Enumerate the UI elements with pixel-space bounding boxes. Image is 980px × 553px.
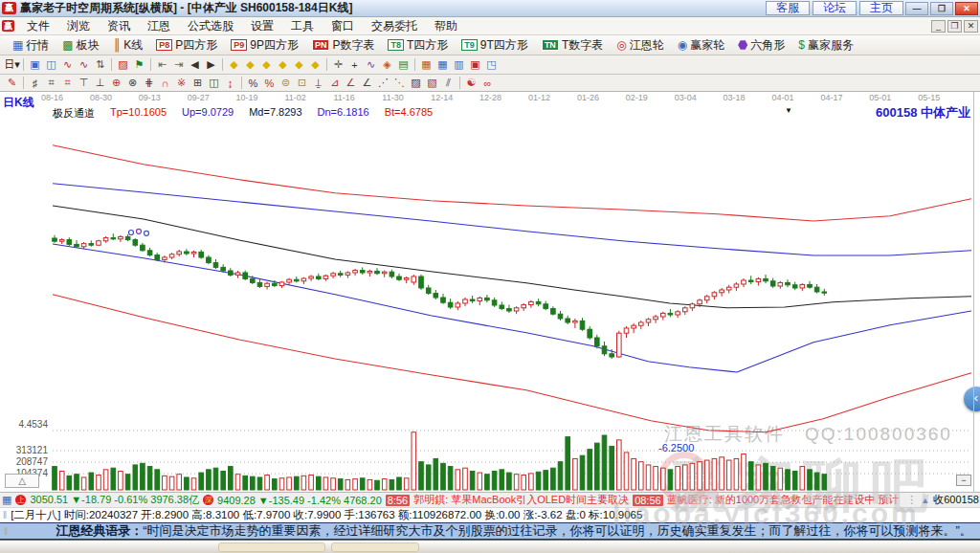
diamond-tool-icon[interactable]: ◆ xyxy=(275,57,291,73)
toolbar-button-p-square-icon[interactable]: P8P四方形 xyxy=(149,36,224,55)
crosshair-icon[interactable]: + xyxy=(346,57,363,73)
toolbar-button-t-square-icon[interactable]: T8T四方形 xyxy=(381,36,455,55)
t-line-icon[interactable]: ⊤ xyxy=(76,76,92,91)
first-bar-icon[interactable]: ⇤ xyxy=(154,57,170,73)
split-window-icon[interactable]: ◫ xyxy=(43,57,59,73)
toolbar-button-t-number-icon[interactable]: TNT数字表 xyxy=(535,36,610,55)
toolbar-button-hexagon-icon[interactable]: 六角形 xyxy=(731,36,791,55)
toolbar-button-p9-square-icon[interactable]: P99P四方形 xyxy=(224,36,305,55)
circle-x-icon[interactable]: ⊗ xyxy=(124,76,141,91)
drag-grip[interactable]: ‖ xyxy=(3,510,7,520)
shade-icon[interactable]: ▨ xyxy=(408,76,424,91)
hatch-icon[interactable]: ⋕ xyxy=(141,76,157,91)
circle-cross-icon[interactable]: ⊕ xyxy=(108,76,124,91)
column-icon[interactable]: ◫ xyxy=(206,76,222,91)
draw-pen-icon[interactable]: ✎ xyxy=(4,76,20,91)
date-tick-label: 12-14 xyxy=(431,93,453,102)
wave2-icon[interactable]: ∿ xyxy=(76,57,92,73)
mdi-minimize-button[interactable]: _ xyxy=(931,20,946,33)
percent-icon[interactable]: % xyxy=(245,76,261,91)
gann-grid-red-icon[interactable]: ⌗ xyxy=(59,76,76,91)
date-tick-label: 03-18 xyxy=(724,93,746,102)
next-bar-icon[interactable]: ▶ xyxy=(203,57,219,73)
last-bar-icon[interactable]: ⇥ xyxy=(170,57,187,73)
kline-chart[interactable] xyxy=(0,92,980,492)
menu-item-帮助[interactable]: 帮助 xyxy=(426,17,466,35)
diamond-tool-icon[interactable]: ◆ xyxy=(226,57,242,73)
scale-toggle-button[interactable]: △ xyxy=(5,474,39,488)
percent-red-icon[interactable]: % xyxy=(261,76,278,91)
mdi-restore-button[interactable]: ❐ xyxy=(947,20,962,33)
chart-area[interactable]: 江恩工具软件 QQ:100800360 赢家聊吧 08-1608-3009-13… xyxy=(0,92,980,492)
toolbar-button-t9-square-icon[interactable]: T99T四方形 xyxy=(455,36,535,55)
close-series-label[interactable]: 收600158日线 xyxy=(933,493,980,507)
toolbar-button-gann-wheel-icon[interactable]: ◎江恩轮 xyxy=(610,36,670,55)
forum-button[interactable]: 论坛 xyxy=(813,1,857,15)
gem-icon[interactable]: ◈ xyxy=(379,57,395,73)
hand-icon[interactable]: ✛ xyxy=(330,57,346,73)
triangle-tool-icon[interactable]: ⊿ xyxy=(326,76,343,91)
toolbar-button-blocks-icon[interactable]: ▩板块 xyxy=(56,36,105,55)
box-grid-icon[interactable]: ⊞ xyxy=(189,76,206,91)
menu-item-工具[interactable]: 工具 xyxy=(282,17,323,35)
toolbar-button-winner-wheel-icon[interactable]: ◉赢家轮 xyxy=(671,36,731,55)
base-line-icon[interactable]: ⊥ xyxy=(92,76,108,91)
fan-up-icon[interactable]: ⋰ xyxy=(375,76,391,91)
toolbar-button-service-dollar-icon[interactable]: $赢家服务 xyxy=(791,36,860,55)
drop-line-icon[interactable]: ⍊ xyxy=(310,76,326,91)
maximize-button[interactable]: ❐ xyxy=(930,2,953,15)
prev-bar-icon[interactable]: ◀ xyxy=(187,57,203,73)
toolbar-button-p-number-icon[interactable]: PNP数字表 xyxy=(305,36,382,55)
gann-quote-body: “时间是决定市场走势的重要因素，经过详细研究大市及个别股票的过往记录，你将可以证… xyxy=(143,523,972,538)
report-icon[interactable]: ▥ xyxy=(451,57,467,73)
golden-circle-icon[interactable]: ⊜ xyxy=(278,76,294,91)
taiji-icon[interactable]: ☯ xyxy=(463,76,479,91)
menu-item-公式选股[interactable]: 公式选股 xyxy=(179,17,242,35)
calendar-icon[interactable]: ▦ xyxy=(418,57,434,73)
diamond-tool-icon[interactable]: ◆ xyxy=(242,57,258,73)
toolbar-button-kline-icon[interactable]: ║K线 xyxy=(106,36,150,55)
close-button[interactable]: ✕ xyxy=(955,2,978,15)
zigzag-icon[interactable]: ∿ xyxy=(363,57,379,73)
grid-icon[interactable]: ▦ xyxy=(2,494,11,506)
period-select-icon[interactable]: 日▾ xyxy=(4,57,20,73)
diamond-tool-icon[interactable]: ◆ xyxy=(307,57,323,73)
menu-item-设置[interactable]: 设置 xyxy=(242,17,282,35)
fan-down-icon[interactable]: ⋱ xyxy=(391,76,408,91)
golden-box-icon[interactable]: ⊡ xyxy=(294,76,310,91)
gann-grid-icon[interactable]: ⌗ xyxy=(43,76,59,91)
layout-icon[interactable]: ◳ xyxy=(483,57,500,73)
mdi-close-button[interactable]: ✕ xyxy=(964,20,978,33)
calc-icon[interactable]: ▦ xyxy=(434,57,451,73)
range-icon[interactable]: ↨ xyxy=(222,76,238,91)
grid-tool-icon[interactable]: ♯ xyxy=(27,76,43,91)
window-icon[interactable]: ▣ xyxy=(27,57,43,73)
menu-item-窗口[interactable]: 窗口 xyxy=(323,17,363,35)
volume-collapse-button[interactable]: − xyxy=(956,475,971,486)
home-button[interactable]: 主页 xyxy=(859,1,903,15)
star-lines-icon[interactable]: ※ xyxy=(173,76,189,91)
menu-item-浏览[interactable]: 浏览 xyxy=(58,17,99,35)
news-headline[interactable]: 郭明錤: 苹果MacBook引入OLED时间主要取决 xyxy=(413,493,629,507)
infinity-icon[interactable]: ∞ xyxy=(479,76,496,91)
diamond-tool-icon[interactable]: ◆ xyxy=(258,57,275,73)
pattern-icon[interactable]: ▨ xyxy=(115,57,131,73)
menu-item-文件[interactable]: 文件 xyxy=(18,17,58,35)
flag-icon[interactable]: ⚑ xyxy=(131,57,147,73)
diamond-tool-icon[interactable]: ◆ xyxy=(291,57,307,73)
angle2-icon[interactable]: ∠ xyxy=(359,76,375,91)
minimize-button[interactable]: — xyxy=(905,2,928,15)
arc-icon[interactable]: ∩ xyxy=(157,76,173,91)
angle-icon[interactable]: ∠ xyxy=(343,76,359,91)
menu-item-交易委托[interactable]: 交易委托 xyxy=(363,17,426,35)
toolbar-button-quotes-grid-icon[interactable]: ▦行情 xyxy=(6,36,56,55)
shade-red-icon[interactable]: ▧ xyxy=(424,76,440,91)
service-button[interactable]: 客服 xyxy=(766,1,810,15)
menu-item-资讯[interactable]: 资讯 xyxy=(99,17,139,35)
parallel-icon[interactable]: ⫽ xyxy=(440,76,457,91)
wave-icon[interactable]: ∿ xyxy=(59,57,76,73)
save-icon[interactable]: ▣ xyxy=(467,57,483,73)
table-icon[interactable]: ▤ xyxy=(395,57,412,73)
updown-icon[interactable]: ⇅ xyxy=(92,57,108,73)
menu-item-江恩[interactable]: 江恩 xyxy=(139,17,179,35)
